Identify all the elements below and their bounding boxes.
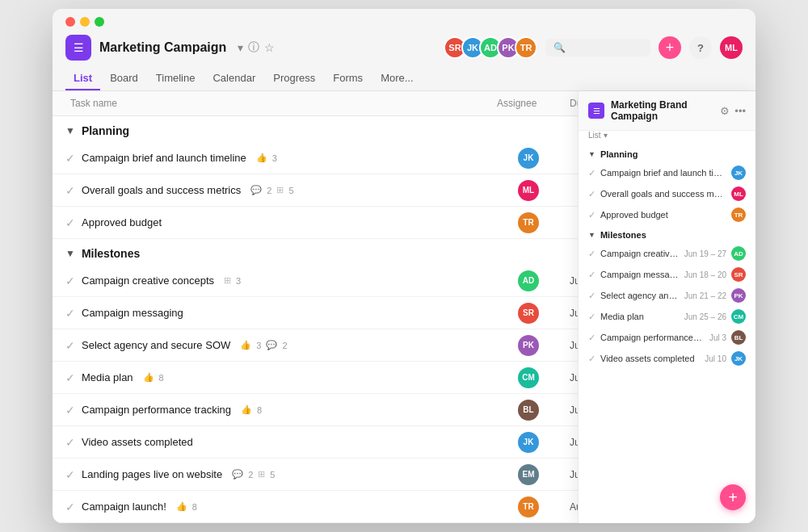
traffic-lights <box>65 17 743 27</box>
subtask-icon: ⊞ <box>276 185 284 195</box>
panel-date: Jul 10 <box>705 354 726 363</box>
task-meta: ⊞ 3 <box>224 275 241 286</box>
panel-task-row[interactable]: ✓ Media plan Jun 25 – 26 CM <box>579 306 755 327</box>
close-button[interactable] <box>65 17 75 27</box>
tab-calendar[interactable]: Calendar <box>204 67 263 90</box>
panel-date: Jul 3 <box>709 333 726 342</box>
panel-list-label: List <box>588 131 601 140</box>
panel-task-row[interactable]: ✓ Campaign performance track... Jul 3 BL <box>579 327 755 348</box>
panel-task-name: Overall goals and success metrics <box>600 189 726 199</box>
info-icon[interactable]: ⓘ <box>248 40 259 55</box>
task-name: Campaign launch! <box>82 501 166 513</box>
panel-check-icon: ✓ <box>588 312 595 322</box>
panel-check-icon: ✓ <box>588 270 595 280</box>
panel-dropdown-icon[interactable]: ▾ <box>604 131 608 140</box>
tab-board[interactable]: Board <box>102 67 146 90</box>
fab-button[interactable]: + <box>720 484 746 510</box>
dropdown-arrow-icon[interactable]: ▾ <box>238 41 243 54</box>
avatar-5: TR <box>515 36 537 59</box>
avatar: BL <box>518 400 539 421</box>
task-meta: 👍 3 <box>256 153 277 163</box>
panel-task-row[interactable]: ✓ Approved budget TR <box>579 204 755 225</box>
panel-task-name: Media plan <box>600 312 680 321</box>
panel-task-row[interactable]: ✓ Campaign messaging Jun 18 – 20 SR <box>579 264 755 285</box>
team-avatars: SR JK AD PK TR <box>444 36 537 59</box>
panel-section-planning: ▼ Planning <box>579 145 755 162</box>
check-icon: ✓ <box>65 404 75 417</box>
check-icon: ✓ <box>65 216 75 229</box>
tab-forms[interactable]: Forms <box>325 67 371 90</box>
avatar: JK <box>518 432 539 453</box>
task-name-cell: ✓ Overall goals and success metrics 💬 2 … <box>65 178 492 203</box>
tab-more[interactable]: More... <box>372 67 421 90</box>
col-task-name: Task name <box>65 91 492 115</box>
col-assignee: Assignee <box>492 91 565 115</box>
minimize-button[interactable] <box>80 17 90 27</box>
panel-avatar: PK <box>731 288 746 303</box>
panel-section-title-planning: Planning <box>600 149 638 159</box>
panel-task-name: Approved budget <box>600 210 726 220</box>
panel-more-button[interactable]: ••• <box>734 105 746 117</box>
like-count: 3 <box>256 341 261 350</box>
panel-section-arrow-milestones[interactable]: ▼ <box>588 231 595 239</box>
assignee-cell: TR <box>492 212 565 233</box>
section-arrow-planning[interactable]: ▼ <box>65 125 75 136</box>
panel-task-name: Campaign creative conc... <box>600 249 680 258</box>
check-icon: ✓ <box>65 184 75 197</box>
search-icon: 🔍 <box>553 42 566 53</box>
task-name: Landing pages live on website <box>82 468 222 480</box>
avatar: SR <box>518 303 539 324</box>
task-name: Select agency and secure SOW <box>82 339 230 351</box>
task-name-cell: ✓ Select agency and secure SOW 👍 3 💬 2 <box>65 333 492 358</box>
task-name: Overall goals and success metrics <box>82 184 241 196</box>
panel-task-name: Select agency and secu... <box>600 291 680 300</box>
assignee-cell: JK <box>492 148 565 169</box>
tab-timeline[interactable]: Timeline <box>148 67 204 90</box>
tab-list[interactable]: List <box>65 67 100 90</box>
tab-progress[interactable]: Progress <box>265 67 323 90</box>
panel-task-row[interactable]: ✓ Overall goals and success metrics ML <box>579 183 755 204</box>
task-meta: 👍 8 <box>241 404 262 415</box>
panel-task-name: Campaign brief and launch timeline <box>600 168 726 178</box>
panel-check-icon: ✓ <box>588 249 595 259</box>
help-button[interactable]: ? <box>689 36 712 59</box>
panel-section-milestones: ▼ Milestones <box>579 225 755 243</box>
maximize-button[interactable] <box>95 17 104 27</box>
add-button[interactable]: + <box>659 36 681 59</box>
panel-section-arrow-planning[interactable]: ▼ <box>588 150 595 158</box>
nav-tabs: List Board Timeline Calendar Progress Fo… <box>65 67 743 90</box>
task-name-cell: ✓ Campaign messaging <box>65 300 492 326</box>
panel-task-row[interactable]: ✓ Campaign creative conc... Jun 19 – 27 … <box>579 243 755 264</box>
avatar: JK <box>518 148 539 169</box>
panel-task-row[interactable]: ✓ Select agency and secu... Jun 21 – 22 … <box>579 285 755 306</box>
assignee-cell: PK <box>492 335 565 356</box>
like-icon: 👍 <box>240 340 251 350</box>
task-meta: 👍 8 <box>176 501 197 512</box>
task-meta: 💬 2 ⊞ 5 <box>232 469 275 480</box>
subtask-count: 5 <box>270 470 275 480</box>
panel-task-row[interactable]: ✓ Video assets completed Jul 10 JK <box>579 348 755 369</box>
app-icon: ☰ <box>65 35 91 61</box>
section-arrow-milestones[interactable]: ▼ <box>65 248 75 259</box>
assignee-cell: CM <box>492 367 565 388</box>
star-icon[interactable]: ☆ <box>264 41 275 54</box>
avatar: TR <box>518 212 539 233</box>
main-content: Task name Assignee Due date Status ▼ Pla… <box>53 91 755 523</box>
like-icon: 👍 <box>176 501 187 512</box>
search-box[interactable]: 🔍 <box>545 39 650 57</box>
comment-count: 2 <box>267 186 271 195</box>
assignee-cell: ML <box>492 180 565 201</box>
task-name: Video assets completed <box>82 436 193 448</box>
panel-settings-button[interactable]: ⚙ <box>720 105 730 117</box>
panel-check-icon: ✓ <box>588 189 595 199</box>
user-avatar[interactable]: ML <box>720 36 743 59</box>
check-icon: ✓ <box>65 339 75 352</box>
search-input[interactable] <box>570 42 642 53</box>
panel-task-row[interactable]: ✓ Campaign brief and launch timeline JK <box>579 162 755 183</box>
task-name: Approved budget <box>82 216 162 228</box>
avatar: AD <box>518 270 539 291</box>
task-name: Campaign messaging <box>82 307 183 319</box>
comment-icon: 💬 <box>250 185 262 195</box>
task-meta: 👍 8 <box>143 372 164 383</box>
task-name: Campaign creative concepts <box>82 274 214 287</box>
